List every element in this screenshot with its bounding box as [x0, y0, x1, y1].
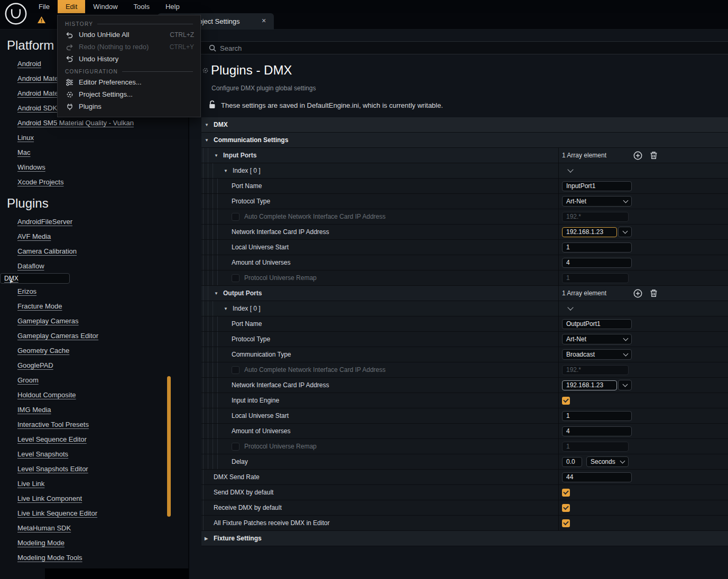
universe-remap-checkbox[interactable] — [232, 274, 239, 282]
menu-item-redo[interactable]: Redo (Nothing to redo) CTRL+Y — [58, 41, 200, 53]
sidebar-item-linux[interactable]: Linux — [0, 130, 188, 145]
sidebar-item-windows[interactable]: Windows — [0, 160, 188, 174]
sidebar-item-android-sm5[interactable]: Android SM5 Material Quality - Vulkan — [0, 115, 188, 130]
nic-ip-dropdown-button[interactable] — [618, 227, 632, 237]
sidebar-item-modeling-mode-tools[interactable]: Modeling Mode Tools — [0, 550, 188, 565]
sidebar-item-metahuman-sdk[interactable]: MetaHuman SDK — [0, 520, 188, 535]
menu-file[interactable]: File — [31, 0, 58, 13]
triangle-down-icon[interactable] — [214, 286, 223, 301]
sidebar-item-gameplay-cameras[interactable]: Gameplay Cameras — [0, 313, 188, 328]
triangle-down-icon[interactable] — [214, 148, 223, 163]
settings-table: DMX Communication Settings Input Ports 1… — [201, 117, 728, 546]
sidebar-item-fracture-mode[interactable]: Fracture Mode — [0, 298, 188, 313]
sidebar-item-avf-media[interactable]: AVF Media — [0, 229, 188, 244]
property-label: Local Universe Start — [232, 244, 289, 251]
delay-unit-dropdown[interactable]: Seconds — [586, 456, 629, 467]
sidebar-item-geometry-cache[interactable]: Geometry Cache — [0, 343, 188, 358]
sidebar-item-xcode-projects[interactable]: Xcode Projects — [0, 174, 188, 189]
property-row-nic-ip: Network Interface Card IP Address — [201, 225, 728, 240]
category-label: Communication Settings — [214, 136, 288, 144]
port-name-input[interactable] — [562, 319, 632, 329]
sliders-icon — [65, 79, 74, 86]
property-label: Protocol Type — [232, 198, 270, 205]
add-element-button[interactable] — [633, 151, 642, 160]
sidebar-item-dataflow[interactable]: Dataflow — [0, 258, 188, 273]
menu-item-plugins[interactable]: Plugins — [58, 100, 200, 113]
local-universe-start-input[interactable] — [562, 411, 632, 421]
universe-remap-checkbox[interactable] — [232, 443, 239, 451]
protocol-type-dropdown[interactable]: Art-Net — [562, 196, 632, 207]
menu-tools[interactable]: Tools — [126, 0, 158, 13]
dmx-send-rate-input[interactable] — [562, 472, 632, 482]
menu-item-undo[interactable]: Undo UnHide All CTRL+Z — [58, 29, 200, 41]
search-input[interactable] — [220, 43, 537, 53]
sidebar-item-img-media[interactable]: IMG Media — [0, 402, 188, 417]
nic-ip-input[interactable] — [562, 227, 617, 237]
menu-item-editor-preferences[interactable]: Editor Preferences... — [58, 76, 200, 88]
property-label: Network Interface Card IP Address — [232, 381, 329, 389]
menu-edit[interactable]: Edit — [58, 0, 85, 13]
local-universe-start-input[interactable] — [562, 242, 632, 253]
sidebar-item-interactive-tool-presets[interactable]: Interactive Tool Presets — [0, 417, 188, 432]
receive-dmx-default-checkbox[interactable] — [562, 504, 570, 512]
sidebar-item-level-sequence-editor[interactable]: Level Sequence Editor — [0, 432, 188, 446]
chevron-down-icon[interactable] — [567, 304, 573, 310]
warning-icon[interactable] — [37, 16, 46, 26]
bottom-panel-strip — [45, 568, 189, 579]
property-row-protocol-type: Protocol Type Art-Net — [201, 194, 728, 209]
chevron-down-icon — [620, 459, 625, 464]
sidebar-scrollbar[interactable] — [167, 376, 171, 517]
universe-remap-input — [562, 273, 629, 283]
port-name-input[interactable] — [562, 181, 632, 191]
sidebar-item-gameplay-cameras-editor[interactable]: Gameplay Cameras Editor — [0, 328, 188, 343]
close-icon[interactable] — [260, 17, 268, 24]
send-dmx-default-checkbox[interactable] — [562, 489, 570, 497]
sidebar-item-androidfileserver[interactable]: AndroidFileServer — [0, 214, 188, 229]
config-file-notice: These settings are saved in DefaultEngin… — [209, 100, 443, 110]
communication-type-dropdown[interactable]: Broadcast — [562, 349, 632, 360]
nic-ip-input[interactable] — [562, 380, 617, 390]
sidebar-item-googlepad[interactable]: GooglePAD — [0, 358, 188, 372]
protocol-type-dropdown[interactable]: Art-Net — [562, 334, 632, 344]
sidebar-item-live-link[interactable]: Live Link — [0, 476, 188, 491]
property-label: Amount of Universes — [232, 427, 290, 435]
triangle-down-icon[interactable] — [224, 163, 233, 179]
nic-ip-dropdown-button[interactable] — [618, 380, 632, 390]
delay-input[interactable] — [562, 457, 582, 467]
fixture-patches-checkbox[interactable] — [562, 519, 570, 527]
menu-item-project-settings[interactable]: Project Settings... — [58, 88, 200, 100]
auto-complete-checkbox[interactable] — [232, 366, 239, 374]
category-row-fixture-settings: Fixture Settings — [201, 531, 728, 546]
chevron-down-icon[interactable] — [567, 166, 573, 172]
array-row-output-ports: Output Ports 1 Array element — [201, 286, 728, 301]
triangle-down-icon[interactable] — [205, 133, 214, 148]
sidebar-item-holdout-composite[interactable]: Holdout Composite — [0, 387, 188, 402]
property-label: Delay — [232, 458, 248, 465]
menu-help[interactable]: Help — [158, 0, 188, 13]
input-into-engine-checkbox[interactable] — [562, 397, 570, 405]
amount-of-universes-input[interactable] — [562, 426, 632, 436]
amount-of-universes-input[interactable] — [562, 258, 632, 268]
triangle-down-icon[interactable] — [205, 117, 214, 133]
unlocked-padlock-icon — [209, 100, 216, 110]
triangle-down-icon[interactable] — [224, 301, 233, 316]
delete-elements-button[interactable] — [650, 289, 658, 297]
sidebar-item-camera-calibration[interactable]: Camera Calibration — [0, 244, 188, 258]
sidebar-item-level-snapshots[interactable]: Level Snapshots — [0, 446, 188, 461]
sidebar-item-mac[interactable]: Mac — [0, 145, 188, 160]
menu-item-undo-history[interactable]: Undo History — [58, 53, 200, 65]
settings-content-panel: Plugins - DMX Configure DMX plugin globa… — [189, 30, 728, 579]
sidebar-item-level-snapshots-editor[interactable]: Level Snapshots Editor — [0, 461, 188, 476]
sidebar-item-modeling-mode[interactable]: Modeling Mode — [0, 535, 188, 550]
delete-elements-button[interactable] — [650, 151, 658, 160]
sidebar-item-erizos[interactable]: Erizos — [0, 284, 188, 298]
add-element-button[interactable] — [633, 289, 642, 298]
sidebar-item-live-link-sequence-editor[interactable]: Live Link Sequence Editor — [0, 506, 188, 520]
triangle-right-icon[interactable] — [205, 531, 214, 546]
sidebar-item-live-link-component[interactable]: Live Link Component — [0, 491, 188, 506]
property-row-local-universe-start: Local Universe Start — [201, 240, 728, 255]
auto-complete-checkbox[interactable] — [232, 213, 239, 221]
menu-window[interactable]: Window — [85, 0, 125, 13]
sidebar-item-groom[interactable]: Groom — [0, 372, 188, 387]
sidebar-item-dmx[interactable]: DMX — [0, 273, 70, 284]
